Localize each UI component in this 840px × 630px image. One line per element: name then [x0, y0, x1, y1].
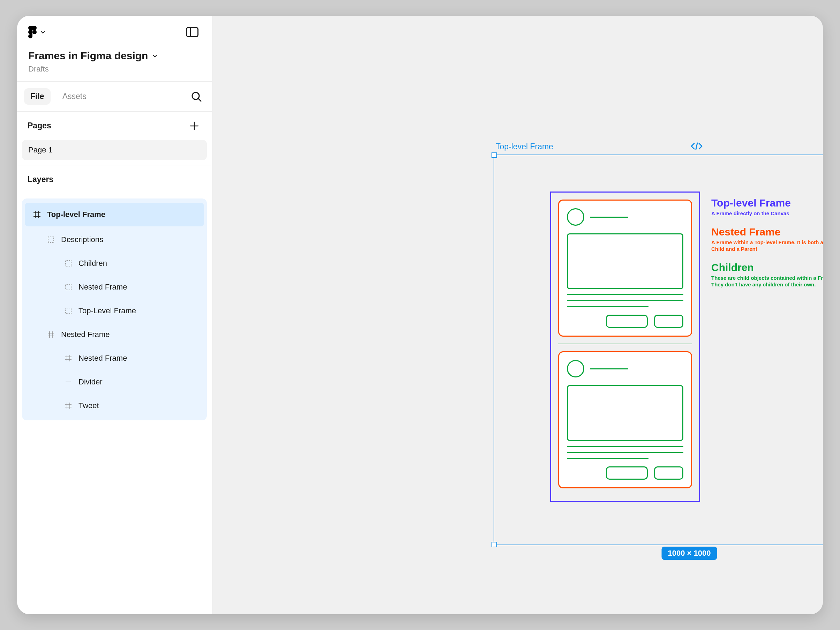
name-placeholder	[590, 216, 628, 218]
name-placeholder	[590, 368, 628, 369]
svg-point-0	[32, 30, 36, 34]
canvas[interactable]: Top-level Frame 1000 × 1000	[212, 16, 823, 614]
group-icon	[63, 284, 74, 291]
text-line	[567, 306, 649, 307]
group-icon	[63, 307, 74, 314]
svg-line-28	[696, 143, 697, 149]
image-placeholder	[567, 385, 684, 441]
text-line	[567, 294, 684, 295]
app-window: Frames in Figma design Drafts File Asset…	[17, 16, 823, 614]
group-icon	[46, 236, 56, 243]
tab-assets[interactable]: Assets	[56, 88, 93, 105]
svg-rect-1	[186, 28, 198, 37]
resize-handle-bl[interactable]	[491, 542, 497, 547]
desc-title: Top-level Frame	[711, 197, 823, 208]
button-placeholder	[606, 466, 648, 480]
layer-row[interactable]: Nested Frame	[22, 275, 207, 299]
group-icon	[63, 260, 74, 267]
page-item[interactable]: Page 1	[22, 140, 207, 160]
dimensions-badge: 1000 × 1000	[662, 546, 717, 560]
layer-row[interactable]: Divider	[22, 370, 207, 394]
description-nested: Nested Frame A Frame within a Top-level …	[711, 226, 823, 253]
nested-frame-card[interactable]	[558, 351, 692, 488]
svg-line-4	[199, 99, 201, 101]
plus-icon	[189, 121, 199, 131]
search-button[interactable]	[188, 88, 205, 105]
search-icon	[191, 91, 202, 102]
layer-row[interactable]: Children	[22, 251, 207, 275]
button-placeholder	[606, 315, 648, 328]
layer-label: Nested Frame	[79, 283, 127, 292]
text-line	[567, 446, 684, 447]
panel-tabs: File Assets	[17, 81, 212, 111]
layers-header: Layers	[17, 165, 212, 194]
nested-frame-card[interactable]	[558, 199, 692, 336]
layers-title: Layers	[28, 175, 54, 184]
file-title: Frames in Figma design	[28, 50, 148, 62]
desc-title: Nested Frame	[711, 226, 823, 238]
layer-row[interactable]: Nested Frame	[22, 323, 207, 346]
svg-rect-13	[66, 284, 71, 290]
figma-logo-icon	[28, 26, 36, 38]
left-panel: Frames in Figma design Drafts File Asset…	[17, 16, 212, 614]
avatar-circle	[567, 208, 584, 226]
text-line	[567, 452, 684, 453]
button-row	[567, 466, 684, 480]
main-menu-button[interactable]	[28, 26, 46, 38]
top-level-frame-object[interactable]	[550, 191, 700, 502]
desc-subtitle: A Frame within a Top-level Frame. It is …	[711, 239, 823, 253]
layer-label: Top-level Frame	[47, 210, 105, 219]
button-placeholder	[654, 315, 684, 328]
layer-label: Children	[79, 259, 107, 268]
file-title-button[interactable]: Frames in Figma design	[28, 50, 201, 62]
text-line	[567, 300, 684, 301]
layer-label: Nested Frame	[79, 354, 127, 363]
description-children: Children These are child objects contain…	[711, 262, 823, 288]
panel-icon	[186, 27, 199, 37]
line-icon	[63, 379, 74, 385]
layer-label: Nested Frame	[61, 330, 109, 339]
pages-title: Pages	[28, 121, 51, 131]
image-placeholder	[567, 234, 684, 289]
chevron-down-icon	[152, 53, 158, 58]
frame-title-label[interactable]: Top-level Frame	[496, 142, 553, 152]
layers-tree: Top-level Frame Descriptions Children Ne…	[22, 199, 207, 420]
dev-mode-icon[interactable]	[690, 142, 703, 150]
layer-label: Descriptions	[61, 235, 103, 244]
svg-rect-12	[66, 261, 71, 266]
frame-icon	[46, 331, 56, 338]
layer-row[interactable]: Top-level Frame	[25, 203, 204, 226]
file-title-area: Frames in Figma design Drafts	[17, 49, 212, 81]
card-header	[567, 360, 684, 377]
frame-icon	[32, 211, 42, 218]
layer-row[interactable]: Nested Frame	[22, 346, 207, 370]
button-placeholder	[654, 466, 684, 480]
desc-title: Children	[711, 262, 823, 273]
titlebar	[17, 16, 212, 49]
descriptions-group[interactable]: Top-level Frame A Frame directly on the …	[711, 197, 823, 297]
description-top-level: Top-level Frame A Frame directly on the …	[711, 197, 823, 217]
layer-label: Top-Level Frame	[79, 306, 136, 315]
desc-subtitle: These are child objects contained within…	[711, 275, 823, 288]
toggle-sidebar-button[interactable]	[184, 24, 201, 41]
button-row	[567, 315, 684, 328]
svg-rect-14	[66, 308, 71, 314]
desc-subtitle: A Frame directly on the Canvas	[711, 210, 823, 217]
layer-row[interactable]: Top-Level Frame	[22, 299, 207, 323]
card-header	[567, 208, 684, 226]
tab-file[interactable]: File	[24, 88, 51, 105]
divider-object[interactable]	[558, 344, 692, 344]
chevron-down-icon	[40, 29, 46, 35]
file-location: Drafts	[28, 65, 201, 74]
resize-handle-tl[interactable]	[491, 152, 497, 158]
pages-header: Pages	[17, 111, 212, 140]
layer-row[interactable]: Tweet	[22, 394, 207, 418]
add-page-button[interactable]	[187, 119, 201, 133]
text-line	[567, 458, 649, 459]
frame-icon	[63, 355, 74, 362]
frame-icon	[63, 402, 74, 409]
layer-label: Divider	[79, 377, 102, 387]
avatar-circle	[567, 360, 584, 377]
layer-row[interactable]: Descriptions	[22, 228, 207, 251]
svg-rect-11	[48, 237, 54, 242]
